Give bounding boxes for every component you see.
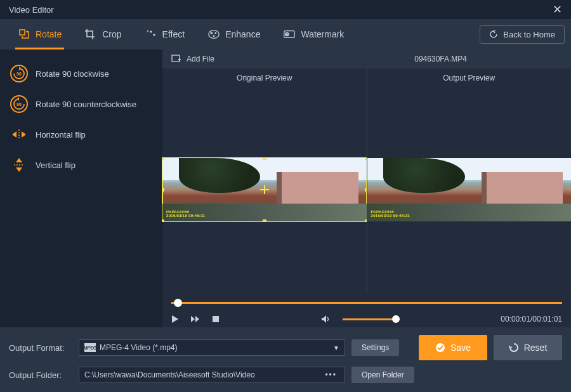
open-folder-button[interactable]: Open Folder <box>351 367 414 383</box>
tab-label: Crop <box>102 29 121 39</box>
original-preview: Original Preview PAPAGO!##2016/03/19 09:… <box>162 69 367 292</box>
sidebar-label: Horizontal flip <box>36 130 86 140</box>
time-display: 00:00:01/00:01:01 <box>501 315 562 323</box>
original-preview-box[interactable]: PAPAGO!##2016/03/19 09:46:31 <box>162 88 367 292</box>
file-bar: Add File 094630FA.MP4 <box>162 49 571 69</box>
video-frame-original: PAPAGO!##2016/03/19 09:46:31 <box>162 158 367 221</box>
crop-icon <box>84 29 97 40</box>
current-file-name: 094630FA.MP4 <box>414 55 467 63</box>
output-preview: Output Preview PAPAGO!##2016/03/19 09:46… <box>367 69 572 292</box>
output-folder-label: Output Folder: <box>9 370 72 380</box>
tab-label: Rotate <box>36 29 62 39</box>
svg-point-1 <box>211 32 213 34</box>
check-icon <box>435 343 445 353</box>
output-format-label: Output Format: <box>9 343 72 353</box>
sidebar-item-hflip[interactable]: Horizontal flip <box>6 119 156 150</box>
window-title: Video Editor <box>9 5 54 15</box>
chevron-down-icon: ▼ <box>333 344 339 351</box>
tab-label: Enhance <box>225 29 260 39</box>
sidebar-item-rotate-ccw[interactable]: 90 Rotate 90 counterclockwise <box>6 89 156 119</box>
resize-handle[interactable] <box>162 219 164 221</box>
hflip-icon <box>10 126 28 143</box>
svg-point-13 <box>436 343 445 352</box>
timeline-knob[interactable] <box>174 299 182 307</box>
sidebar-label: Rotate 90 counterclockwise <box>36 100 136 109</box>
svg-text:T: T <box>286 33 288 36</box>
timeline-slider[interactable] <box>171 298 562 307</box>
sidebar-item-vflip[interactable]: Vertical flip <box>6 150 156 180</box>
add-file-label: Add File <box>187 55 214 63</box>
svg-text:90: 90 <box>16 72 22 76</box>
reset-button[interactable]: Reset <box>494 335 562 360</box>
output-folder-field[interactable]: C:\Users\wawa\Documents\Aiseesoft Studio… <box>79 367 345 383</box>
svg-rect-11 <box>172 55 180 62</box>
resize-handle[interactable] <box>162 188 164 192</box>
tab-label: Watermark <box>301 29 344 39</box>
rotate-ccw-icon: 90 <box>10 95 28 113</box>
content-area: 90 Rotate 90 clockwise 90 Rotate 90 coun… <box>0 49 571 327</box>
settings-button[interactable]: Settings <box>351 339 399 356</box>
tab-crop[interactable]: Crop <box>73 19 133 49</box>
crosshair-icon <box>260 185 269 194</box>
effect-icon <box>145 29 157 40</box>
svg-point-3 <box>213 35 215 37</box>
rotate-icon <box>18 29 30 40</box>
preview-row: Original Preview PAPAGO!##2016/03/19 09:… <box>162 69 571 292</box>
sidebar: 90 Rotate 90 clockwise 90 Rotate 90 coun… <box>0 49 162 327</box>
add-file-button[interactable]: Add File <box>171 55 214 63</box>
resize-handle[interactable] <box>263 158 266 160</box>
output-preview-label: Output Preview <box>367 69 572 88</box>
tab-watermark[interactable]: T Watermark <box>272 19 355 49</box>
tab-rotate[interactable]: Rotate <box>6 19 73 49</box>
browse-icon[interactable]: ••• <box>322 370 339 379</box>
svg-point-0 <box>209 30 219 39</box>
resize-handle[interactable] <box>263 219 266 221</box>
vflip-icon <box>10 156 28 174</box>
add-file-icon <box>171 55 181 63</box>
stop-icon[interactable] <box>212 315 220 323</box>
rotate-cw-icon: 90 <box>10 65 28 82</box>
original-preview-label: Original Preview <box>162 69 367 88</box>
back-label: Back to Home <box>503 30 555 39</box>
watermark-icon: T <box>283 29 296 40</box>
bottom-bar: Output Format: MPEGMPEG-4 Video (*.mp4) … <box>0 327 571 392</box>
volume-slider[interactable] <box>343 318 400 320</box>
svg-rect-12 <box>213 316 219 322</box>
sidebar-label: Rotate 90 clockwise <box>36 69 109 79</box>
sidebar-item-rotate-cw[interactable]: 90 Rotate 90 clockwise <box>6 58 156 89</box>
fast-forward-icon[interactable] <box>190 315 200 323</box>
titlebar: Video Editor ✕ <box>0 0 571 19</box>
play-icon[interactable] <box>171 315 179 323</box>
resize-handle[interactable] <box>162 158 164 160</box>
tab-enhance[interactable]: Enhance <box>196 19 272 49</box>
main-toolbar: Rotate Crop Effect Enhance T Watermark B… <box>0 19 571 49</box>
close-icon[interactable]: ✕ <box>553 3 562 16</box>
enhance-icon <box>207 29 220 40</box>
volume-knob[interactable] <box>392 315 400 323</box>
volume-icon[interactable] <box>321 315 331 323</box>
tab-effect[interactable]: Effect <box>133 19 197 49</box>
output-preview-box: PAPAGO!##2016/03/19 09:46:31 <box>367 88 572 292</box>
preview-panel: Add File 094630FA.MP4 Original Preview P… <box>162 49 571 327</box>
svg-point-2 <box>215 32 217 34</box>
tab-label: Effect <box>162 29 185 39</box>
playback-controls: 00:00:01/00:01:01 <box>162 292 571 327</box>
sidebar-label: Vertical flip <box>36 160 75 170</box>
back-icon <box>489 30 498 38</box>
save-button[interactable]: Save <box>419 335 487 360</box>
back-home-button[interactable]: Back to Home <box>480 25 565 44</box>
svg-text:90: 90 <box>16 102 22 107</box>
output-format-select[interactable]: MPEGMPEG-4 Video (*.mp4) ▼ <box>79 339 345 356</box>
video-frame-output: PAPAGO!##2016/03/19 09:46:31 <box>367 158 572 221</box>
reset-icon <box>509 343 519 353</box>
format-badge-icon: MPEG <box>84 343 96 352</box>
